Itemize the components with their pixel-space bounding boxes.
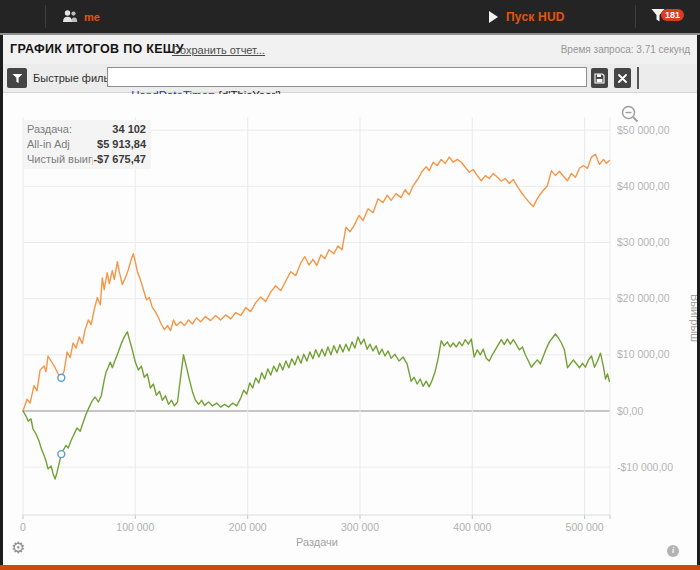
- svg-text:0: 0: [20, 521, 26, 533]
- floppy-icon: [594, 73, 605, 84]
- topbar-divider: [45, 5, 46, 28]
- svg-text:500 000: 500 000: [566, 521, 604, 533]
- summary-row-hands: Раздача: 34 102: [22, 122, 151, 137]
- window-accent-border: [0, 565, 700, 570]
- app-window: { "topbar": { "me_label": "me", "hud_lab…: [0, 0, 700, 570]
- chart-settings-gear-icon[interactable]: ⚙: [11, 540, 25, 556]
- topbar-divider-right: [635, 5, 636, 28]
- quick-filter-label: Быстрые фильтры: [33, 64, 107, 92]
- filter-bar-divider: [637, 67, 639, 89]
- svg-text:200 000: 200 000: [229, 521, 267, 533]
- play-icon: [489, 11, 498, 23]
- top-bar: me Пуск HUD 181: [0, 0, 700, 33]
- filter-toggle-button[interactable]: [7, 68, 27, 88]
- funnel-icon: [12, 73, 23, 84]
- clear-filter-button[interactable]: [614, 68, 631, 88]
- start-hud-label: Пуск HUD: [506, 10, 565, 24]
- info-icon[interactable]: i: [667, 545, 679, 557]
- start-hud-button[interactable]: Пуск HUD: [489, 0, 565, 33]
- summary-label: Раздача:: [27, 122, 72, 137]
- svg-text:Раздачи: Раздачи: [296, 536, 338, 548]
- page-title: ГРАФИК ИТОГОВ ПО КЕШУ: [10, 42, 184, 56]
- summary-value: -$7 675,47: [93, 152, 146, 167]
- svg-text:100 000: 100 000: [116, 521, 154, 533]
- summary-row-allin-adj: All-in Adj $5 913,84: [22, 137, 151, 152]
- chart-panel: $50 000,00$40 000,00$30 000,00$20 000,00…: [3, 94, 697, 565]
- summary-label: All-in Adj: [27, 137, 70, 152]
- svg-text:$30 000,00: $30 000,00: [617, 236, 670, 248]
- query-time-label: Время запроса: 3.71 секунд: [561, 44, 690, 55]
- summary-value: 34 102: [112, 122, 146, 137]
- svg-text:-$10 000,00: -$10 000,00: [617, 461, 673, 473]
- player-me-item[interactable]: me: [62, 0, 100, 33]
- report-window: ГРАФИК ИТОГОВ ПО КЕШУ Сохранить отчет...…: [0, 35, 700, 565]
- svg-text:$20 000,00: $20 000,00: [617, 292, 670, 304]
- save-report-link[interactable]: Сохранить отчет...: [172, 44, 265, 56]
- summary-label: Чистый выигрыш: [27, 152, 93, 167]
- svg-text:Выигрыш: Выигрыш: [689, 294, 697, 342]
- zoom-icon[interactable]: [620, 104, 640, 128]
- save-filter-button[interactable]: [591, 68, 608, 88]
- svg-text:300 000: 300 000: [341, 521, 379, 533]
- close-icon: [618, 74, 627, 83]
- filter-count-badge[interactable]: 181: [661, 9, 684, 21]
- svg-text:400 000: 400 000: [453, 521, 491, 533]
- player-me-label: me: [84, 11, 100, 23]
- title-row: ГРАФИК ИТОГОВ ПО КЕШУ Сохранить отчет...…: [3, 35, 697, 64]
- summary-row-net-won: Чистый выигрыш -$7 675,47: [22, 152, 151, 167]
- quick-filter-input[interactable]: HandDateTime= {d'ThisYear'}: [107, 67, 587, 87]
- quick-filter-bar: Быстрые фильтры HandDateTime= {d'ThisYea…: [3, 64, 697, 93]
- svg-text:$40 000,00: $40 000,00: [617, 180, 670, 192]
- svg-text:$10 000,00: $10 000,00: [617, 348, 670, 360]
- svg-text:$0,00: $0,00: [617, 405, 643, 417]
- summary-value: $5 913,84: [97, 137, 146, 152]
- hover-summary-box: Раздача: 34 102 All-in Adj $5 913,84 Чис…: [22, 120, 151, 169]
- players-icon: [62, 8, 78, 26]
